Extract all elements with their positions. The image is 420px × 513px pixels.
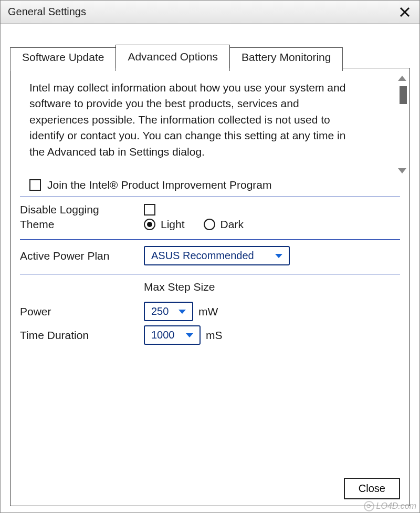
- logging-theme-section: Disable Logging Theme Light Dark: [20, 197, 400, 239]
- max-step-heading: Max Step Size: [144, 281, 215, 293]
- time-step-label: Time Duration: [20, 329, 144, 342]
- power-plan-value: ASUS Recommended: [151, 250, 254, 262]
- disable-logging-label: Disable Logging: [20, 203, 144, 216]
- time-step-unit: mS: [206, 329, 223, 342]
- join-program-checkbox[interactable]: [29, 179, 41, 191]
- settings-window: General Settings Software Update Advance…: [0, 0, 420, 513]
- chevron-down-icon: [178, 310, 186, 314]
- theme-light-radio[interactable]: [144, 219, 155, 230]
- join-program-row: Join the Intel® Product Improvement Prog…: [20, 172, 400, 197]
- watermark: ⟳ LO4D.com: [364, 501, 416, 511]
- power-step-value: 250: [151, 305, 169, 317]
- chevron-down-icon: [275, 254, 282, 258]
- theme-row: Theme Light Dark: [20, 217, 400, 232]
- theme-option-light: Light: [144, 218, 185, 231]
- power-plan-section: Active Power Plan ASUS Recommended: [20, 240, 400, 274]
- scrollbar-thumb[interactable]: [400, 86, 407, 104]
- step-heading-row: Max Step Size: [20, 280, 400, 297]
- tab-advanced-options[interactable]: Advanced Options: [116, 45, 230, 68]
- step-size-section: Max Step Size Power 250 mW Time Duration…: [20, 274, 400, 353]
- watermark-text: LO4D.com: [376, 501, 416, 511]
- dialog-button-bar: Close: [20, 474, 400, 499]
- refresh-icon: ⟳: [364, 501, 374, 511]
- tab-label: Advanced Options: [128, 50, 218, 63]
- power-step-unit: mW: [198, 305, 218, 318]
- dialog-body: Software Update Advanced Options Battery…: [1, 24, 419, 512]
- power-plan-row: Active Power Plan ASUS Recommended: [20, 245, 400, 266]
- power-step-row: Power 250 mW: [20, 301, 400, 322]
- theme-label: Theme: [20, 218, 144, 231]
- close-button[interactable]: Close: [344, 478, 400, 499]
- scroll-down-icon[interactable]: [398, 168, 406, 173]
- tab-battery-monitoring[interactable]: Battery Monitoring: [229, 47, 343, 71]
- tab-bar: Software Update Advanced Options Battery…: [10, 45, 410, 68]
- titlebar: General Settings: [1, 1, 419, 24]
- power-plan-dropdown[interactable]: ASUS Recommended: [144, 246, 290, 265]
- chevron-down-icon: [186, 333, 193, 337]
- close-icon[interactable]: [395, 3, 414, 22]
- theme-dark-label: Dark: [220, 218, 244, 231]
- time-step-row: Time Duration 1000 mS: [20, 324, 400, 346]
- tab-label: Battery Monitoring: [242, 51, 331, 63]
- theme-radio-group: Light Dark: [144, 218, 262, 231]
- disable-logging-row: Disable Logging: [20, 202, 400, 217]
- power-step-label: Power: [20, 305, 144, 318]
- theme-light-label: Light: [161, 218, 185, 231]
- theme-option-dark: Dark: [204, 218, 244, 231]
- scroll-up-icon[interactable]: [398, 76, 406, 81]
- tab-panel-advanced: Intel may collect information about how …: [10, 68, 410, 506]
- x-icon: [399, 6, 411, 18]
- disable-logging-checkbox[interactable]: [144, 204, 155, 216]
- power-plan-label: Active Power Plan: [20, 250, 144, 262]
- tab-label: Software Update: [22, 51, 104, 63]
- time-step-dropdown[interactable]: 1000: [144, 325, 201, 345]
- power-step-dropdown[interactable]: 250: [144, 302, 193, 321]
- tab-software-update[interactable]: Software Update: [10, 47, 116, 71]
- theme-dark-radio[interactable]: [204, 219, 215, 230]
- window-title: General Settings: [8, 6, 86, 18]
- privacy-info-text: Intel may collect information about how …: [20, 78, 351, 172]
- time-step-value: 1000: [151, 329, 175, 341]
- join-program-label: Join the Intel® Product Improvement Prog…: [47, 179, 272, 191]
